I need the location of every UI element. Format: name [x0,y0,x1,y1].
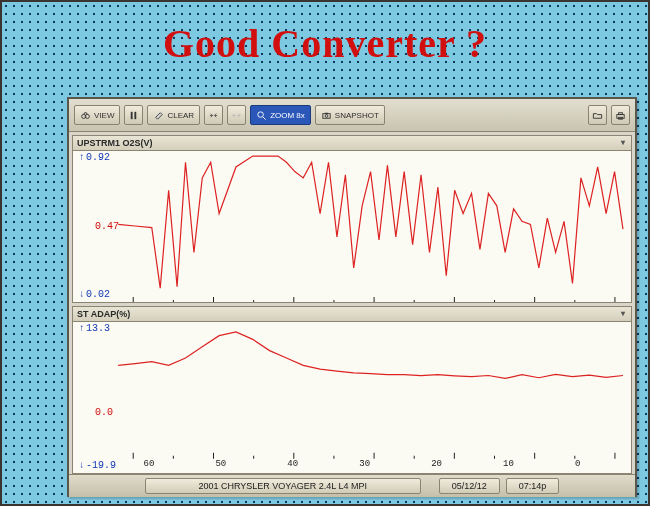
eraser-icon [153,110,164,121]
open-folder-button[interactable] [588,105,607,125]
st-adap-pane: ST ADAP(%) ▾ [72,306,632,474]
y-mid-label: 0.47 [95,221,119,232]
vehicle-info[interactable]: 2001 CHRYSLER VOYAGER 2.4L L4 MPI [145,478,421,494]
upstream-o2s-pane: UPSTRM1 O2S(V) ▾ [72,135,632,303]
page-title: Good Converter ? [2,20,648,67]
view-label: VIEW [94,111,114,120]
toolbar: VIEW CLEAR [69,99,635,132]
y-low-label: ↓0.02 [79,289,110,300]
upstream-plot [73,150,631,302]
y-mid-label: 0.0 [95,407,113,418]
svg-point-4 [258,111,264,117]
pane-header-label: UPSTRM1 O2S(V) [77,136,153,150]
collapse-button[interactable] [204,105,223,125]
scope-window: VIEW CLEAR [67,97,637,497]
zoom-button[interactable]: ZOOM 8x [250,105,311,125]
y-high-label: ↑13.3 [79,323,110,334]
x-ticks: 6050 4030 2010 0 [73,459,631,471]
svg-rect-8 [325,112,328,113]
pause-icon [128,110,139,121]
date-info[interactable]: 05/12/12 [439,478,500,494]
zoom-label: ZOOM 8x [270,111,305,120]
chevron-down-icon[interactable]: ▾ [618,138,628,148]
camera-icon [321,110,332,121]
svg-rect-2 [131,111,133,118]
binoculars-icon [80,110,91,121]
print-button[interactable] [611,105,630,125]
arrows-out-icon [231,110,242,121]
snapshot-label: SNAPSHOT [335,111,379,120]
svg-line-5 [263,116,266,119]
svg-point-7 [325,114,328,117]
status-bar: 2001 CHRYSLER VOYAGER 2.4L L4 MPI 05/12/… [69,474,635,497]
stadap-plot [73,321,631,473]
svg-rect-3 [135,111,137,118]
svg-rect-10 [619,112,623,114]
chevron-down-icon[interactable]: ▾ [618,309,628,319]
printer-icon [615,110,626,121]
pause-button[interactable] [124,105,143,125]
view-button[interactable]: VIEW [74,105,120,125]
arrows-in-icon [208,110,219,121]
clear-label: CLEAR [167,111,194,120]
folder-open-icon [592,110,603,121]
y-high-label: ↑0.92 [79,152,110,163]
clear-button[interactable]: CLEAR [147,105,200,125]
magnifier-icon [256,110,267,121]
chart-area: UPSTRM1 O2S(V) ▾ [69,132,635,474]
snapshot-button[interactable]: SNAPSHOT [315,105,385,125]
pane-header-label: ST ADAP(%) [77,307,130,321]
time-info[interactable]: 07:14p [506,478,560,494]
expand-button[interactable] [227,105,246,125]
